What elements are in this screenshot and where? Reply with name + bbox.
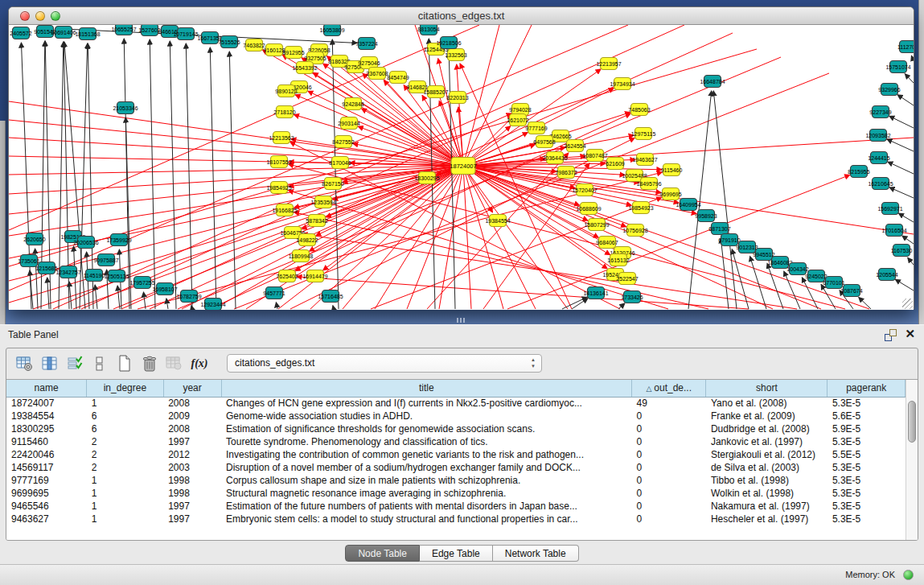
show-columns-icon[interactable] (39, 353, 60, 374)
table-cell[interactable]: 0 (632, 474, 706, 487)
row-height-icon[interactable] (89, 353, 110, 374)
graph-node[interactable]: 2620650 (23, 233, 45, 245)
graph-node[interactable]: 1615132 (607, 254, 629, 266)
tab-network-table[interactable]: Network Table (493, 545, 579, 562)
table-row[interactable]: 2242004622012Investigating the contribut… (6, 448, 906, 461)
graph-node[interactable]: 9115460 (661, 164, 683, 176)
table-cell[interactable]: 1998 (163, 487, 221, 500)
table-scrollbar[interactable] (906, 380, 918, 540)
table-cell[interactable]: 1997 (163, 500, 221, 513)
table-cell[interactable]: 2008 (163, 422, 221, 435)
graph-node[interactable]: 6497568 (533, 136, 555, 148)
graph-node[interactable]: 8170046 (329, 157, 351, 169)
table-cell[interactable]: 5.3E-5 (827, 435, 906, 448)
table-cell[interactable]: Changes of HCN gene expression and I(f) … (221, 397, 631, 410)
graph-node[interactable]: 2903144 (338, 117, 359, 130)
graph-node[interactable]: 7986372 (555, 167, 577, 179)
graph-node[interactable]: 9890123 (275, 85, 297, 97)
table-cell[interactable]: 2 (87, 435, 164, 448)
graph-node[interactable]: 1733426 (621, 291, 643, 303)
graph-node[interactable]: 9242848 (342, 98, 363, 110)
table-cell[interactable]: 1998 (163, 474, 221, 487)
graph-node[interactable]: 12923444 (200, 299, 225, 311)
table-cell[interactable]: 0 (632, 461, 706, 474)
table-cell[interactable]: 1 (87, 397, 164, 410)
graph-node[interactable]: 1167530 (891, 245, 913, 257)
graph-node[interactable]: 1244415 (868, 152, 889, 164)
graph-node[interactable]: 10655257 (111, 25, 136, 35)
graph-node[interactable]: 9699695 (659, 188, 681, 200)
graph-node[interactable]: 9777169 (525, 122, 547, 134)
graph-node[interactable]: 90975887 (93, 254, 118, 266)
table-cell[interactable]: 5.3E-5 (827, 474, 906, 487)
graph-node[interactable]: 2367608 (366, 68, 388, 80)
column-header[interactable]: pagerank (827, 380, 906, 397)
table-cell[interactable]: 5.6E-5 (827, 410, 906, 422)
citation-network-graph[interactable]: 1872400774638229160128891295582260589327… (9, 25, 914, 310)
table-cell[interactable]: 9463627 (6, 513, 87, 525)
table-row[interactable]: 946362711997Embryonic stem cells: a mode… (6, 513, 906, 525)
table-cell[interactable]: Franke et al. (2009) (706, 410, 827, 422)
table-cell[interactable]: 9777169 (6, 474, 87, 487)
graph-node[interactable]: 16648784 (700, 76, 725, 88)
table-row[interactable]: 969969511998Structural magnetic resonanc… (6, 487, 906, 500)
graph-node[interactable]: 9457771 (263, 287, 285, 299)
tab-node-table[interactable]: Node Table (345, 545, 420, 562)
table-cell[interactable]: 2003 (163, 461, 221, 474)
table-cell[interactable]: 1 (87, 474, 164, 487)
table-cell[interactable]: 6 (87, 410, 164, 422)
table-cell[interactable]: 0 (632, 513, 706, 525)
graph-node[interactable]: 1205544 (876, 269, 897, 281)
graph-node[interactable]: 1527602 (138, 25, 160, 36)
float-panel-icon[interactable] (885, 329, 897, 341)
table-cell[interactable]: 1 (87, 487, 164, 500)
table-cell[interactable]: Corpus callosum shape and size in male p… (221, 474, 631, 487)
window-resize-grip[interactable] (902, 299, 913, 309)
table-cell[interactable]: 1 (87, 513, 164, 525)
function-builder-icon[interactable]: f(x) (189, 353, 210, 374)
graph-node[interactable]: 7485063 (628, 104, 650, 116)
table-cell[interactable]: 19384554 (6, 410, 87, 422)
graph-node[interactable]: 8215955 (848, 166, 869, 178)
graph-node[interactable]: 1215685 (35, 262, 57, 274)
table-row[interactable]: 1456911722003Disruption of a novel membe… (6, 461, 906, 474)
table-row[interactable]: 1872400712008Changes of HCN gene express… (6, 397, 906, 410)
table-cell[interactable]: 5.5E-5 (827, 448, 906, 461)
table-cell[interactable]: Structural magnetic resonance image aver… (221, 487, 631, 500)
column-header[interactable]: short (706, 380, 827, 397)
network-canvas[interactable]: 1872400774638229160128891295582260589327… (9, 25, 914, 310)
tab-edge-table[interactable]: Edge Table (420, 545, 493, 562)
graph-node[interactable]: 7463822 (243, 39, 265, 51)
table-cell[interactable]: 18724007 (6, 397, 87, 410)
table-cell[interactable]: Yano et al. (2008) (706, 397, 827, 410)
graph-node[interactable]: 1112704 (897, 41, 914, 53)
table-cell[interactable]: 5.3E-5 (827, 397, 906, 410)
table-cell[interactable]: 6 (87, 422, 164, 435)
table-cell[interactable]: 0 (632, 422, 706, 435)
table-cell[interactable]: Jankovic et al. (1997) (706, 435, 827, 448)
graph-node[interactable]: 19854925 (266, 182, 291, 194)
window-titlebar[interactable]: citations_edges.txt (9, 7, 914, 25)
table-cell[interactable]: de Silva et al. (2003) (706, 461, 827, 474)
graph-node[interactable]: 15716485 (318, 290, 343, 303)
table-cell[interactable]: 2 (87, 448, 164, 461)
table-cell[interactable]: Stergiakouli et al. (2012) (706, 448, 827, 461)
table-cell[interactable]: 2008 (163, 397, 221, 410)
table-cell[interactable]: Hescheler et al. (1997) (706, 513, 827, 525)
table-cell[interactable]: Nakamura et al. (1997) (706, 500, 827, 513)
table-cell[interactable]: 0 (632, 487, 706, 500)
graph-node[interactable]: 12505135 (104, 270, 129, 282)
select-rows-icon[interactable] (64, 353, 85, 374)
graph-node[interactable]: 17016504 (881, 225, 906, 237)
column-header[interactable]: year (163, 380, 221, 397)
graph-node[interactable]: 7625402 (276, 270, 298, 282)
table-cell[interactable]: Wolkin et al. (1998) (706, 487, 827, 500)
graph-node[interactable]: 2718120 (273, 106, 295, 118)
create-column-icon[interactable] (114, 353, 135, 374)
table-cell[interactable]: 9699695 (6, 487, 87, 500)
graph-node[interactable]: 8813054 (417, 25, 439, 35)
table-cell[interactable]: 0 (632, 435, 706, 448)
graph-node[interactable]: 19854923 (628, 202, 653, 214)
table-cell[interactable]: Genome-wide association studies in ADHD. (221, 410, 631, 422)
table-row[interactable]: 1830029562008Estimation of significance … (6, 422, 906, 435)
